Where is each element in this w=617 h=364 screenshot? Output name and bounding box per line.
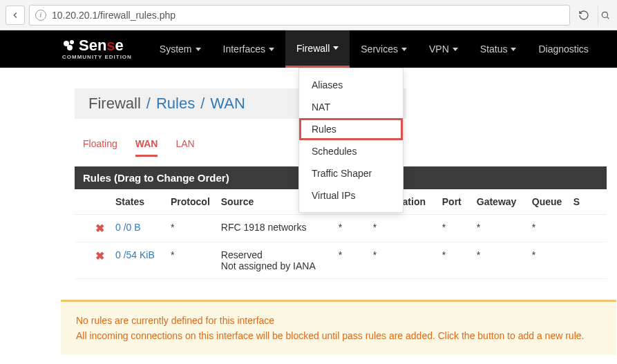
caret-down-icon: [401, 48, 407, 51]
nav-item-services[interactable]: Services: [350, 30, 418, 68]
url-text: 10.20.20.1/firewall_rules.php: [52, 10, 175, 21]
cell-gateway: *: [471, 215, 526, 242]
col-protocol: Protocol: [165, 189, 216, 215]
dropdown-item-schedules[interactable]: Schedules: [299, 140, 403, 162]
info-icon: i: [35, 10, 46, 21]
caret-down-icon: [453, 48, 458, 51]
cell-queue: *: [526, 215, 568, 242]
table-row[interactable]: ✖ 0 /0 B * RFC 1918 networks * * * * *: [75, 215, 607, 242]
dropdown-item-virtual-ips[interactable]: Virtual IPs: [299, 184, 403, 207]
block-icon: ✖: [95, 250, 104, 262]
breadcrumb-part-firewall: Firewall: [88, 95, 141, 113]
cell-blank: [75, 242, 90, 279]
cell-s: [568, 242, 607, 279]
col-s: S: [568, 189, 607, 215]
alert-line2: All incoming connections on this interfa…: [76, 328, 601, 343]
col-queue: Queue: [526, 189, 568, 215]
caret-down-icon: [511, 48, 516, 51]
nav-label: Status: [480, 44, 508, 55]
cell-dest: *: [368, 215, 437, 242]
cell-port2: *: [437, 215, 471, 242]
tab-wan[interactable]: WAN: [135, 138, 158, 157]
states-link[interactable]: 0 /0 B: [115, 222, 141, 233]
breadcrumb-link-wan[interactable]: WAN: [210, 95, 245, 113]
caret-down-icon: [333, 46, 339, 50]
no-rules-alert: No rules are currently defined for this …: [61, 300, 616, 355]
logo[interactable]: Sense COMMUNITY EDITION: [62, 38, 132, 60]
dropdown-item-aliases[interactable]: Aliases: [299, 74, 403, 96]
firewall-dropdown: Aliases NAT Rules Schedules Traffic Shap…: [298, 68, 404, 213]
address-bar[interactable]: i 10.20.20.1/firewall_rules.php: [29, 5, 570, 26]
cell-protocol: *: [165, 242, 216, 279]
states-link[interactable]: 0 /54 KiB: [115, 249, 155, 260]
cell-source: RFC 1918 networks: [216, 215, 333, 242]
col-states: States: [110, 189, 165, 215]
breadcrumb-separator: /: [146, 95, 151, 113]
logo-subtitle: COMMUNITY EDITION: [62, 55, 132, 60]
tab-lan[interactable]: LAN: [175, 138, 194, 157]
dropdown-item-rules[interactable]: Rules: [299, 118, 403, 140]
browser-toolbar: i 10.20.20.1/firewall_rules.php: [0, 0, 617, 30]
alert-line1: No rules are currently defined for this …: [76, 313, 601, 328]
nav-label: System: [160, 44, 192, 55]
cell-port2: *: [437, 242, 471, 279]
caret-down-icon: [269, 48, 274, 51]
svg-line-1: [607, 17, 609, 19]
cell-port1: *: [333, 215, 368, 242]
nav-item-interfaces[interactable]: Interfaces: [212, 30, 285, 68]
cell-dest: *: [368, 242, 437, 279]
nav-label: Diagnostics: [538, 44, 588, 55]
nav-label: Services: [361, 44, 398, 55]
col-gateway: Gateway: [471, 189, 526, 215]
dropdown-item-nat[interactable]: NAT: [299, 96, 403, 118]
dropdown-item-traffic-shaper[interactable]: Traffic Shaper: [299, 162, 403, 184]
caret-down-icon: [196, 48, 201, 51]
nav-item-status[interactable]: Status: [469, 30, 528, 68]
cell-gateway: *: [471, 242, 526, 279]
breadcrumb-separator: /: [200, 95, 205, 113]
svg-point-3: [70, 40, 74, 44]
table-row[interactable]: ✖ 0 /54 KiB * Reserved Not assigned by I…: [75, 242, 607, 279]
nav-item-firewall[interactable]: Firewall: [285, 30, 350, 68]
svg-point-0: [602, 12, 607, 17]
top-navigation: Sense COMMUNITY EDITION System Interface…: [0, 30, 617, 68]
nav-label: Interfaces: [223, 44, 265, 55]
block-icon: ✖: [95, 222, 104, 234]
nav-item-system[interactable]: System: [149, 30, 212, 68]
logo-text-2: s: [106, 38, 115, 53]
nav-item-vpn[interactable]: VPN: [418, 30, 469, 68]
col-port2: Port: [437, 189, 471, 215]
logo-text-1: Sen: [79, 38, 106, 53]
cell-s: [568, 215, 607, 242]
reload-button[interactable]: [574, 6, 594, 25]
cell-protocol: *: [165, 215, 216, 242]
col-blank2: [90, 189, 110, 215]
col-blank1: [75, 189, 90, 215]
tab-floating[interactable]: Floating: [83, 138, 117, 157]
back-button[interactable]: [6, 6, 25, 25]
logo-text-3: e: [115, 38, 124, 53]
nav-label: Firewall: [296, 43, 330, 54]
nav-item-diagnostics[interactable]: Diagnostics: [527, 30, 599, 68]
breadcrumb-link-rules[interactable]: Rules: [156, 95, 195, 113]
svg-point-4: [67, 45, 73, 50]
nav-label: VPN: [429, 44, 449, 55]
cell-queue: *: [526, 242, 568, 279]
cell-port1: *: [333, 242, 368, 279]
cell-blank: [75, 215, 90, 242]
search-icon[interactable]: [598, 5, 611, 26]
cell-source: Reserved Not assigned by IANA: [216, 242, 333, 279]
logo-icon: [62, 39, 77, 52]
